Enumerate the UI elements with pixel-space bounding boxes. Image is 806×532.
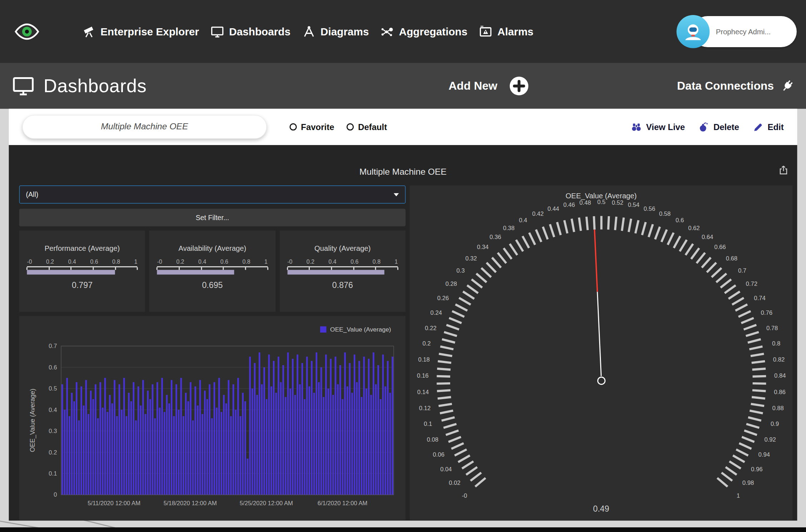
svg-text:-0: -0 [462,492,467,499]
svg-text:1: 1 [737,492,740,499]
default-label: Default [358,122,387,132]
svg-text:0.72: 0.72 [746,280,757,287]
bar-chart-plot: 00.10.20.30.40.50.60.75/11/2020 12:00 AM… [19,316,406,520]
default-radio[interactable]: Default [347,122,387,132]
svg-text:0.84: 0.84 [774,372,786,379]
app-logo[interactable] [14,18,40,45]
data-connections-label: Data Connections [677,79,774,93]
pencil-icon [752,121,763,132]
svg-text:0.52: 0.52 [612,199,623,206]
svg-text:0.1: 0.1 [49,470,57,477]
edit-label: Edit [767,122,783,132]
favorite-label: Favorite [301,122,334,132]
nav-label: Aggregations [399,25,468,38]
kpi-scale-labels: -00.20.40.60.81 [157,258,268,264]
svg-text:0.44: 0.44 [548,205,559,212]
nav-alarms[interactable]: Alarms [479,25,533,39]
dashboard-title: Multiple Machine OEE [9,167,797,177]
delete-button[interactable]: Delete [698,121,739,132]
svg-text:0.42: 0.42 [532,210,543,217]
svg-text:0.24: 0.24 [431,309,442,316]
kpi-availability: Availability (Average) -00.20.40.60.81 0… [149,230,275,312]
gauge-value: 0.49 [410,504,792,514]
legend-swatch [320,326,327,332]
bottom-bar [0,527,806,532]
oee-gauge: OEE_Value (Average) -00.020.040.060.080.… [410,185,792,520]
view-live-button[interactable]: View Live [631,121,685,132]
monitor-icon [210,25,224,39]
machine-filter-dropdown[interactable]: (All) [19,185,406,204]
svg-text:0.56: 0.56 [644,205,655,212]
svg-text:0.02: 0.02 [449,479,460,486]
user-menu[interactable]: Prophecy Admi... [677,15,797,48]
svg-text:0.48: 0.48 [579,199,591,206]
plug-icon [780,79,795,93]
nav-enterprise-explorer[interactable]: Enterprise Explorer [82,25,199,39]
svg-text:5/18/2020 12:00 AM: 5/18/2020 12:00 AM [164,500,217,507]
svg-text:0.34: 0.34 [477,244,488,250]
kpi-scale-labels: -00.20.40.60.81 [287,258,398,264]
dashboard-name-input[interactable] [22,115,267,139]
svg-text:0.68: 0.68 [726,255,737,262]
svg-text:0.22: 0.22 [425,325,436,332]
avatar [677,15,710,48]
alarm-panel-icon [479,25,493,39]
kpi-value: 0.876 [287,281,398,290]
edit-button[interactable]: Edit [752,121,783,132]
nav-label: Enterprise Explorer [100,25,199,38]
page-title: Dashboards [44,75,147,97]
nav-diagrams[interactable]: Diagrams [302,25,369,39]
svg-text:0.5: 0.5 [49,385,57,392]
add-new-button[interactable]: Add New [449,76,529,96]
oee-bar-chart: OEE_Value (Average) 00.10.20.30.40.50.60… [19,316,406,520]
chart-legend: OEE_Value (Average) [320,326,391,333]
dropdown-selected-value: (All) [26,191,38,199]
kpi-scale-track [27,266,137,270]
view-live-label: View Live [646,122,685,132]
svg-text:0.3: 0.3 [49,428,57,434]
svg-text:0.28: 0.28 [446,280,457,287]
svg-text:0.04: 0.04 [440,466,452,473]
data-connections-button[interactable]: Data Connections [677,79,795,93]
radio-circle-icon [347,123,354,130]
nav-label: Dashboards [229,25,290,38]
nav-dashboards[interactable]: Dashboards [210,25,290,39]
svg-text:0.38: 0.38 [503,225,514,232]
page-header: Dashboards Add New Data Connections [0,63,806,109]
favorite-radio[interactable]: Favorite [289,122,334,132]
svg-text:0.86: 0.86 [774,389,785,396]
monitor-icon [11,74,35,98]
radio-circle-icon [289,123,297,130]
kpi-scale-track [157,266,268,270]
kpi-title: Performance (Average) [27,244,137,252]
delete-label: Delete [713,122,739,132]
dashboard-panel: Multiple Machine OEE (All) Set Filter...… [9,145,797,521]
binoculars-icon [631,121,642,132]
svg-text:0.06: 0.06 [433,451,444,458]
chevron-down-icon [394,193,399,196]
svg-text:0: 0 [54,491,57,498]
svg-text:0.3: 0.3 [457,267,465,274]
kpi-title: Availability (Average) [157,244,268,252]
svg-text:0.6: 0.6 [49,364,57,371]
svg-text:0.78: 0.78 [766,325,778,332]
bomb-icon [698,121,709,132]
page-title-group: Dashboards [11,74,147,98]
svg-text:5/11/2020 12:00 AM: 5/11/2020 12:00 AM [88,500,140,507]
svg-text:0.2: 0.2 [422,340,431,347]
svg-text:0.54: 0.54 [628,202,639,208]
kpi-value-bar [287,270,384,274]
kpi-value: 0.695 [157,281,268,290]
nav-aggregations[interactable]: Aggregations [380,25,467,39]
svg-text:0.1: 0.1 [424,421,432,427]
svg-text:0.4: 0.4 [49,407,57,413]
plus-circle-icon [509,76,529,96]
svg-text:OEE_Value (Average): OEE_Value (Average) [29,389,36,452]
svg-text:0.18: 0.18 [418,356,429,363]
export-share-icon[interactable] [778,165,789,175]
eye-logo-icon [14,18,40,45]
kpi-title: Quality (Average) [287,244,398,252]
svg-text:0.7: 0.7 [49,343,57,349]
svg-text:0.62: 0.62 [688,225,700,232]
set-filter-button[interactable]: Set Filter... [19,209,406,226]
